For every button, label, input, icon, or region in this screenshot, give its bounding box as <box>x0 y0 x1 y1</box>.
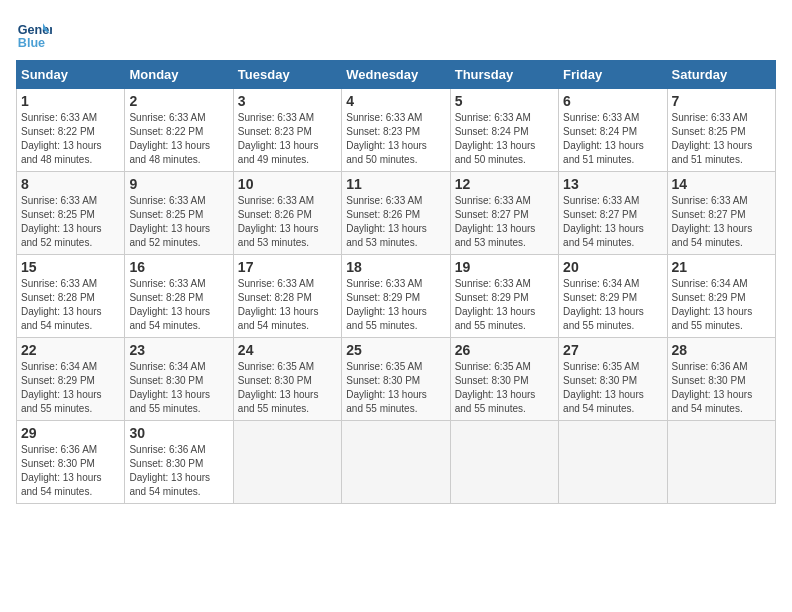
calendar-cell: 27Sunrise: 6:35 AMSunset: 8:30 PMDayligh… <box>559 338 667 421</box>
day-detail: Sunrise: 6:33 AMSunset: 8:27 PMDaylight:… <box>672 194 771 250</box>
weekday-header-monday: Monday <box>125 61 233 89</box>
day-detail: Sunrise: 6:35 AMSunset: 8:30 PMDaylight:… <box>455 360 554 416</box>
day-number: 25 <box>346 342 445 358</box>
calendar-cell: 15Sunrise: 6:33 AMSunset: 8:28 PMDayligh… <box>17 255 125 338</box>
calendar-cell: 21Sunrise: 6:34 AMSunset: 8:29 PMDayligh… <box>667 255 775 338</box>
day-detail: Sunrise: 6:33 AMSunset: 8:28 PMDaylight:… <box>129 277 228 333</box>
day-detail: Sunrise: 6:33 AMSunset: 8:23 PMDaylight:… <box>238 111 337 167</box>
day-number: 22 <box>21 342 120 358</box>
day-detail: Sunrise: 6:33 AMSunset: 8:26 PMDaylight:… <box>238 194 337 250</box>
day-number: 13 <box>563 176 662 192</box>
day-number: 17 <box>238 259 337 275</box>
calendar-cell: 25Sunrise: 6:35 AMSunset: 8:30 PMDayligh… <box>342 338 450 421</box>
day-number: 24 <box>238 342 337 358</box>
calendar-cell: 17Sunrise: 6:33 AMSunset: 8:28 PMDayligh… <box>233 255 341 338</box>
weekday-header-row: SundayMondayTuesdayWednesdayThursdayFrid… <box>17 61 776 89</box>
day-detail: Sunrise: 6:33 AMSunset: 8:27 PMDaylight:… <box>455 194 554 250</box>
day-number: 15 <box>21 259 120 275</box>
day-detail: Sunrise: 6:36 AMSunset: 8:30 PMDaylight:… <box>672 360 771 416</box>
day-number: 28 <box>672 342 771 358</box>
day-number: 19 <box>455 259 554 275</box>
calendar-table: SundayMondayTuesdayWednesdayThursdayFrid… <box>16 60 776 504</box>
day-number: 1 <box>21 93 120 109</box>
calendar-cell <box>667 421 775 504</box>
calendar-week-5: 29Sunrise: 6:36 AMSunset: 8:30 PMDayligh… <box>17 421 776 504</box>
weekday-header-saturday: Saturday <box>667 61 775 89</box>
day-number: 5 <box>455 93 554 109</box>
day-detail: Sunrise: 6:34 AMSunset: 8:29 PMDaylight:… <box>21 360 120 416</box>
weekday-header-sunday: Sunday <box>17 61 125 89</box>
day-number: 14 <box>672 176 771 192</box>
header: General Blue <box>16 16 776 52</box>
day-number: 8 <box>21 176 120 192</box>
day-number: 11 <box>346 176 445 192</box>
calendar-cell: 2Sunrise: 6:33 AMSunset: 8:22 PMDaylight… <box>125 89 233 172</box>
day-detail: Sunrise: 6:33 AMSunset: 8:28 PMDaylight:… <box>21 277 120 333</box>
logo: General Blue <box>16 16 56 52</box>
calendar-cell: 16Sunrise: 6:33 AMSunset: 8:28 PMDayligh… <box>125 255 233 338</box>
day-number: 26 <box>455 342 554 358</box>
day-number: 6 <box>563 93 662 109</box>
day-number: 20 <box>563 259 662 275</box>
day-detail: Sunrise: 6:34 AMSunset: 8:29 PMDaylight:… <box>563 277 662 333</box>
day-detail: Sunrise: 6:33 AMSunset: 8:26 PMDaylight:… <box>346 194 445 250</box>
calendar-cell: 23Sunrise: 6:34 AMSunset: 8:30 PMDayligh… <box>125 338 233 421</box>
day-number: 2 <box>129 93 228 109</box>
day-detail: Sunrise: 6:34 AMSunset: 8:29 PMDaylight:… <box>672 277 771 333</box>
day-number: 4 <box>346 93 445 109</box>
weekday-header-tuesday: Tuesday <box>233 61 341 89</box>
calendar-cell: 6Sunrise: 6:33 AMSunset: 8:24 PMDaylight… <box>559 89 667 172</box>
day-detail: Sunrise: 6:33 AMSunset: 8:25 PMDaylight:… <box>129 194 228 250</box>
day-number: 10 <box>238 176 337 192</box>
calendar-cell: 30Sunrise: 6:36 AMSunset: 8:30 PMDayligh… <box>125 421 233 504</box>
calendar-week-4: 22Sunrise: 6:34 AMSunset: 8:29 PMDayligh… <box>17 338 776 421</box>
calendar-cell: 9Sunrise: 6:33 AMSunset: 8:25 PMDaylight… <box>125 172 233 255</box>
calendar-cell <box>342 421 450 504</box>
calendar-cell: 10Sunrise: 6:33 AMSunset: 8:26 PMDayligh… <box>233 172 341 255</box>
calendar-cell: 8Sunrise: 6:33 AMSunset: 8:25 PMDaylight… <box>17 172 125 255</box>
calendar-cell: 1Sunrise: 6:33 AMSunset: 8:22 PMDaylight… <box>17 89 125 172</box>
day-number: 30 <box>129 425 228 441</box>
calendar-cell: 3Sunrise: 6:33 AMSunset: 8:23 PMDaylight… <box>233 89 341 172</box>
day-detail: Sunrise: 6:33 AMSunset: 8:27 PMDaylight:… <box>563 194 662 250</box>
svg-text:Blue: Blue <box>18 36 45 50</box>
day-detail: Sunrise: 6:33 AMSunset: 8:24 PMDaylight:… <box>563 111 662 167</box>
day-number: 16 <box>129 259 228 275</box>
calendar-week-2: 8Sunrise: 6:33 AMSunset: 8:25 PMDaylight… <box>17 172 776 255</box>
day-number: 27 <box>563 342 662 358</box>
day-detail: Sunrise: 6:33 AMSunset: 8:28 PMDaylight:… <box>238 277 337 333</box>
day-detail: Sunrise: 6:33 AMSunset: 8:24 PMDaylight:… <box>455 111 554 167</box>
calendar-cell: 5Sunrise: 6:33 AMSunset: 8:24 PMDaylight… <box>450 89 558 172</box>
day-number: 9 <box>129 176 228 192</box>
calendar-cell: 4Sunrise: 6:33 AMSunset: 8:23 PMDaylight… <box>342 89 450 172</box>
calendar-cell: 24Sunrise: 6:35 AMSunset: 8:30 PMDayligh… <box>233 338 341 421</box>
calendar-week-1: 1Sunrise: 6:33 AMSunset: 8:22 PMDaylight… <box>17 89 776 172</box>
calendar-cell <box>233 421 341 504</box>
logo-icon: General Blue <box>16 16 52 52</box>
day-detail: Sunrise: 6:33 AMSunset: 8:22 PMDaylight:… <box>129 111 228 167</box>
calendar-cell: 7Sunrise: 6:33 AMSunset: 8:25 PMDaylight… <box>667 89 775 172</box>
day-detail: Sunrise: 6:33 AMSunset: 8:25 PMDaylight:… <box>21 194 120 250</box>
calendar-cell: 11Sunrise: 6:33 AMSunset: 8:26 PMDayligh… <box>342 172 450 255</box>
calendar-cell: 26Sunrise: 6:35 AMSunset: 8:30 PMDayligh… <box>450 338 558 421</box>
day-number: 12 <box>455 176 554 192</box>
day-detail: Sunrise: 6:36 AMSunset: 8:30 PMDaylight:… <box>21 443 120 499</box>
day-detail: Sunrise: 6:36 AMSunset: 8:30 PMDaylight:… <box>129 443 228 499</box>
day-detail: Sunrise: 6:35 AMSunset: 8:30 PMDaylight:… <box>346 360 445 416</box>
day-detail: Sunrise: 6:33 AMSunset: 8:23 PMDaylight:… <box>346 111 445 167</box>
weekday-header-wednesday: Wednesday <box>342 61 450 89</box>
weekday-header-thursday: Thursday <box>450 61 558 89</box>
calendar-week-3: 15Sunrise: 6:33 AMSunset: 8:28 PMDayligh… <box>17 255 776 338</box>
day-number: 29 <box>21 425 120 441</box>
day-number: 21 <box>672 259 771 275</box>
calendar-cell <box>559 421 667 504</box>
calendar-cell: 12Sunrise: 6:33 AMSunset: 8:27 PMDayligh… <box>450 172 558 255</box>
calendar-cell: 18Sunrise: 6:33 AMSunset: 8:29 PMDayligh… <box>342 255 450 338</box>
day-detail: Sunrise: 6:35 AMSunset: 8:30 PMDaylight:… <box>563 360 662 416</box>
calendar-cell: 13Sunrise: 6:33 AMSunset: 8:27 PMDayligh… <box>559 172 667 255</box>
calendar-cell: 28Sunrise: 6:36 AMSunset: 8:30 PMDayligh… <box>667 338 775 421</box>
calendar-cell: 14Sunrise: 6:33 AMSunset: 8:27 PMDayligh… <box>667 172 775 255</box>
day-detail: Sunrise: 6:33 AMSunset: 8:25 PMDaylight:… <box>672 111 771 167</box>
calendar-cell <box>450 421 558 504</box>
weekday-header-friday: Friday <box>559 61 667 89</box>
